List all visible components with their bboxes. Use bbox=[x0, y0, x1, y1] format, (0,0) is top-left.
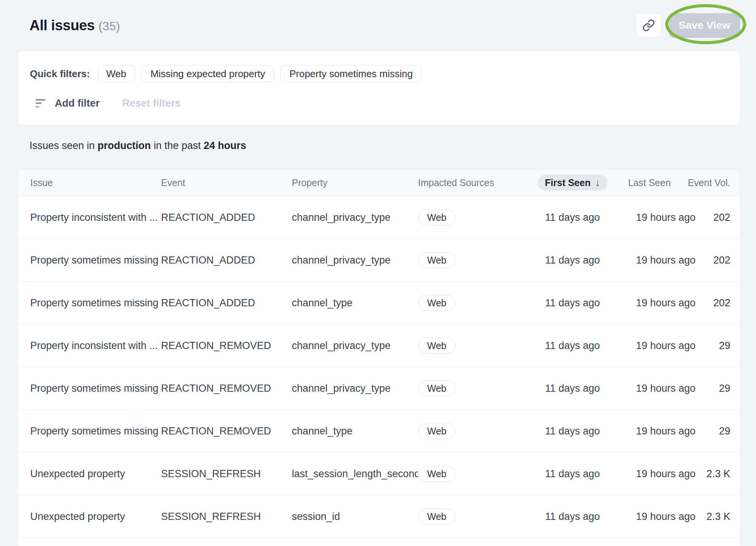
status-middle: in the past bbox=[151, 140, 204, 151]
cell-first-seen: 11 days ago bbox=[545, 297, 600, 309]
source-pill-web: Web bbox=[418, 466, 455, 482]
status-prefix: Issues seen in bbox=[29, 140, 98, 151]
cell-property: session_id bbox=[292, 511, 418, 523]
cell-impacted-sources: Web bbox=[418, 209, 542, 225]
sort-desc-arrow-icon: ↓ bbox=[595, 177, 600, 189]
save-view-button[interactable]: Save View bbox=[669, 13, 740, 38]
table-row[interactable]: Property sometimes missing REACTION_ADDE… bbox=[18, 239, 740, 282]
issues-table: Issue Event Property Impacted Sources Fi… bbox=[18, 169, 741, 546]
cell-event: REACTION_REMOVED bbox=[161, 383, 292, 394]
cell-issue: Property sometimes missing bbox=[30, 383, 161, 394]
cell-event-vol: 29 bbox=[719, 340, 730, 352]
page-title: All issues(35) bbox=[29, 17, 120, 34]
column-header-first-seen-sort[interactable]: First Seen ↓ bbox=[538, 175, 608, 191]
cell-property: channel_privacy_type bbox=[292, 340, 418, 352]
cell-event: SESSION_REFRESH bbox=[161, 511, 292, 523]
column-header-event: Event bbox=[161, 177, 292, 188]
cell-first-seen: 11 days ago bbox=[545, 383, 600, 394]
cell-event: SESSION_REFRESH bbox=[161, 468, 292, 480]
page-title-text: All issues bbox=[29, 17, 94, 33]
cell-impacted-sources: Web bbox=[418, 295, 542, 311]
cell-event-vol: 29 bbox=[719, 383, 730, 394]
table-row[interactable]: Property sometimes missing REACTION_REMO… bbox=[18, 367, 740, 410]
source-pill-web: Web bbox=[418, 380, 455, 396]
cell-event-vol: 202 bbox=[713, 254, 730, 266]
column-header-event-vol: Event Vol. bbox=[688, 177, 730, 188]
column-header-last-seen: Last Seen bbox=[628, 177, 671, 188]
cell-issue: Property sometimes missing bbox=[30, 254, 161, 266]
cell-property: channel_privacy_type bbox=[292, 254, 418, 266]
cell-property: channel_type bbox=[292, 297, 418, 309]
table-body: Property inconsistent with ... REACTION_… bbox=[18, 196, 740, 538]
column-header-property: Property bbox=[292, 177, 418, 188]
cell-last-seen: 19 hours ago bbox=[636, 340, 696, 352]
cell-property: last_session_length_seconds bbox=[292, 468, 418, 480]
cell-issue: Unexpected property bbox=[30, 468, 161, 480]
cell-event: REACTION_ADDED bbox=[161, 212, 292, 223]
cell-last-seen: 19 hours ago bbox=[636, 297, 696, 309]
cell-first-seen: 11 days ago bbox=[545, 511, 600, 523]
source-pill-web: Web bbox=[418, 338, 455, 354]
status-environment: production bbox=[98, 140, 151, 151]
cell-first-seen: 11 days ago bbox=[545, 212, 600, 223]
issue-count-badge: (35) bbox=[98, 19, 120, 33]
top-bar: All issues(35) Save View bbox=[0, 0, 756, 51]
cell-impacted-sources: Web bbox=[418, 338, 542, 354]
cell-last-seen: 19 hours ago bbox=[636, 425, 696, 437]
link-icon bbox=[642, 19, 655, 32]
quick-filter-chip-web[interactable]: Web bbox=[98, 65, 135, 82]
cell-issue: Property inconsistent with ... bbox=[30, 212, 161, 223]
cell-last-seen: 19 hours ago bbox=[636, 511, 696, 523]
source-pill-web: Web bbox=[418, 295, 455, 311]
cell-last-seen: 19 hours ago bbox=[636, 383, 696, 394]
cell-event: REACTION_REMOVED bbox=[161, 340, 292, 352]
quick-filter-chip-property-sometimes-missing[interactable]: Property sometimes missing bbox=[280, 65, 421, 82]
status-range: 24 hours bbox=[204, 140, 246, 151]
source-pill-web: Web bbox=[418, 509, 455, 524]
cell-issue: Unexpected property bbox=[30, 511, 161, 523]
cell-property: channel_type bbox=[292, 425, 418, 437]
cell-event: REACTION_ADDED bbox=[161, 254, 292, 266]
cell-first-seen: 11 days ago bbox=[545, 340, 600, 352]
cell-issue: Property sometimes missing bbox=[30, 297, 161, 309]
top-actions: Save View bbox=[636, 13, 740, 38]
cell-last-seen: 19 hours ago bbox=[636, 212, 696, 223]
cell-event: REACTION_REMOVED bbox=[161, 425, 292, 437]
cell-event-vol: 202 bbox=[713, 212, 730, 223]
reset-filters-button[interactable]: Reset filters bbox=[122, 98, 181, 109]
cell-first-seen: 11 days ago bbox=[545, 468, 600, 480]
source-pill-web: Web bbox=[418, 252, 455, 268]
cell-property: channel_privacy_type bbox=[292, 212, 418, 223]
quick-filters-label: Quick filters: bbox=[30, 68, 90, 80]
table-header-row: Issue Event Property Impacted Sources Fi… bbox=[18, 169, 740, 196]
source-pill-web: Web bbox=[418, 423, 455, 439]
add-filter-button[interactable]: Add filter bbox=[55, 98, 100, 109]
table-row[interactable]: Property inconsistent with ... REACTION_… bbox=[18, 196, 740, 239]
filters-card: Quick filters: Web Missing expected prop… bbox=[18, 51, 741, 126]
status-line: Issues seen in production in the past 24… bbox=[29, 140, 756, 152]
source-pill-web: Web bbox=[418, 209, 455, 225]
table-row[interactable]: Unexpected property SESSION_REFRESH sess… bbox=[18, 495, 740, 538]
cell-event-vol: 2.3 K bbox=[706, 511, 730, 523]
cell-issue: Property inconsistent with ... bbox=[30, 340, 161, 352]
table-row[interactable]: Property sometimes missing REACTION_ADDE… bbox=[18, 282, 740, 324]
cell-impacted-sources: Web bbox=[418, 252, 542, 268]
table-row[interactable]: Property inconsistent with ... REACTION_… bbox=[18, 324, 740, 367]
cell-last-seen: 19 hours ago bbox=[636, 254, 696, 266]
cell-event-vol: 202 bbox=[713, 297, 730, 309]
quick-filters-row: Quick filters: Web Missing expected prop… bbox=[30, 65, 728, 82]
column-header-first-seen-label: First Seen bbox=[545, 177, 591, 188]
table-row[interactable]: Unexpected property SESSION_REFRESH last… bbox=[18, 453, 740, 495]
quick-filter-chip-missing-expected-property[interactable]: Missing expected property bbox=[142, 65, 274, 82]
cell-property: channel_privacy_type bbox=[292, 383, 418, 394]
cell-first-seen: 11 days ago bbox=[545, 425, 600, 437]
cell-event: REACTION_ADDED bbox=[161, 297, 292, 309]
table-row[interactable]: Property sometimes missing REACTION_REMO… bbox=[18, 410, 740, 453]
column-header-impacted-sources: Impacted Sources bbox=[418, 177, 542, 188]
cell-first-seen: 11 days ago bbox=[545, 254, 600, 266]
cell-impacted-sources: Web bbox=[418, 423, 542, 439]
copy-link-button[interactable] bbox=[636, 13, 662, 37]
filter-lines-icon bbox=[36, 99, 45, 107]
cell-impacted-sources: Web bbox=[418, 380, 542, 396]
cell-issue: Property sometimes missing bbox=[30, 425, 161, 437]
